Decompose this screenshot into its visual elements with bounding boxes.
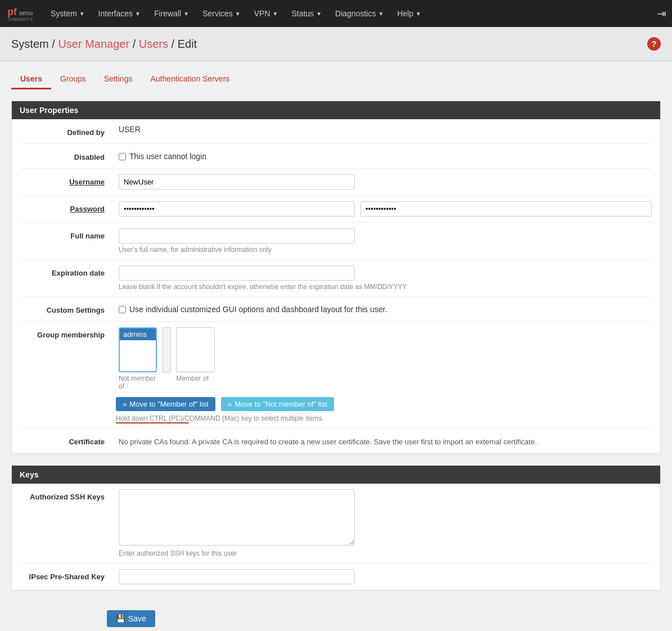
dropdown-arrow: ▼ — [316, 11, 322, 17]
group-membership-inner: Group membership admins Not member of — [20, 327, 215, 390]
nav-label-vpn: VPN — [254, 9, 270, 18]
navbar-right: ⇥ — [657, 7, 666, 20]
save-button[interactable]: 💾 Save — [107, 610, 155, 627]
nav-link-interfaces[interactable]: Interfaces ▼ — [92, 1, 147, 26]
password-inputs — [119, 201, 652, 217]
group-scrollbar — [163, 327, 170, 372]
move-to-member-button[interactable]: » Move to "Member of" list — [116, 397, 215, 411]
expiration-help: Leave blank if the account shouldn't exp… — [119, 283, 652, 291]
disabled-checkbox[interactable] — [119, 153, 126, 160]
password-input[interactable] — [119, 201, 355, 217]
nav-label-system: System — [51, 9, 77, 18]
expiration-row: Expiration date Leave blank if the accou… — [20, 260, 652, 297]
fullname-help: User's full name, for administrative inf… — [119, 246, 652, 254]
group-item-admins[interactable]: admins — [120, 328, 156, 340]
dropdown-arrow: ▼ — [235, 11, 241, 17]
nav-item-vpn[interactable]: VPN ▼ — [247, 1, 285, 26]
ssh-keys-help: Enter authorized SSH keys for this user — [119, 549, 652, 557]
custom-settings-checkbox[interactable] — [119, 306, 126, 313]
username-control — [116, 174, 652, 190]
dropdown-arrow: ▼ — [183, 11, 189, 17]
defined-by-label: Defined by — [20, 125, 116, 137]
user-properties-panel: User Properties Defined by USER Disabled… — [11, 101, 661, 454]
ipsec-row: IPsec Pre-Shared Key — [20, 564, 652, 590]
nav-link-system[interactable]: System ▼ — [44, 1, 92, 26]
nav-label-interfaces: Interfaces — [98, 9, 133, 18]
breadcrumb-user-manager[interactable]: User Manager — [58, 38, 129, 50]
certificate-label: Certificate — [20, 434, 116, 446]
nav-link-vpn[interactable]: VPN ▼ — [247, 1, 285, 26]
group-lists: admins Not member of Member of — [119, 327, 215, 390]
password-row: Password — [20, 196, 652, 223]
save-icon: 💾 — [116, 614, 125, 623]
nav-item-system[interactable]: System ▼ — [44, 1, 92, 26]
ipsec-input[interactable] — [119, 569, 355, 584]
breadcrumb-edit: Edit — [178, 38, 197, 50]
nav-label-diagnostics: Diagnostics — [335, 9, 376, 18]
nav-item-firewall[interactable]: Firewall ▼ — [147, 1, 196, 26]
tab-users[interactable]: Users — [11, 70, 51, 89]
section-title-user-properties: User Properties — [20, 106, 78, 115]
disabled-checkbox-text: This user cannot login — [129, 152, 206, 161]
dropdown-arrow: ▼ — [79, 11, 85, 17]
move-buttons-row: » Move to "Member of" list « Move to "No… — [20, 393, 334, 413]
not-member-container: admins Not member of — [119, 327, 157, 390]
password-confirm-input[interactable] — [360, 201, 652, 217]
save-area: 💾 Save — [11, 602, 661, 631]
disabled-row: Disabled This user cannot login — [20, 144, 652, 169]
move-to-not-member-label: Move to "Not member of" list — [234, 400, 327, 408]
fullname-input[interactable] — [119, 228, 355, 244]
dropdown-arrow: ▼ — [378, 11, 384, 17]
tab-settings[interactable]: Settings — [95, 70, 142, 89]
dropdown-arrow: ▼ — [135, 11, 141, 17]
nav-item-interfaces[interactable]: Interfaces ▼ — [92, 1, 147, 26]
keys-panel: Keys Authorized SSH Keys Enter authorize… — [11, 465, 661, 591]
not-member-list[interactable]: admins — [119, 327, 157, 372]
expiration-input[interactable] — [119, 265, 355, 281]
group-membership-label: Group membership — [20, 327, 116, 339]
nav-link-diagnostics[interactable]: Diagnostics ▼ — [328, 1, 390, 26]
tab-authentication-servers[interactable]: Authentication Servers — [141, 70, 238, 89]
nav-link-services[interactable]: Services ▼ — [196, 1, 247, 26]
nav-item-status[interactable]: Status ▼ — [285, 1, 328, 26]
ipsec-control — [116, 569, 652, 584]
nav-item-help[interactable]: Help ▼ — [390, 1, 428, 26]
username-label: Username — [20, 174, 116, 186]
defined-by-text: USER — [119, 125, 141, 134]
ssh-keys-textarea[interactable] — [119, 489, 355, 546]
nav-item-services[interactable]: Services ▼ — [196, 1, 247, 26]
custom-settings-row: Custom Settings Use individual customize… — [20, 297, 652, 322]
custom-settings-checkbox-label[interactable]: Use individual customized GUI options an… — [119, 303, 652, 314]
nav-link-firewall[interactable]: Firewall ▼ — [147, 1, 196, 26]
group-membership-row: Group membership admins Not member of — [20, 322, 652, 429]
member-container: Member of — [176, 327, 214, 390]
nav-item-diagnostics[interactable]: Diagnostics ▼ — [328, 1, 390, 26]
save-label: Save — [128, 614, 146, 623]
nav-label-status: Status — [291, 9, 314, 18]
member-list[interactable] — [176, 327, 214, 372]
username-input[interactable] — [119, 174, 355, 190]
help-icon[interactable]: ? — [647, 37, 661, 51]
svg-text:sense: sense — [19, 10, 33, 16]
disabled-checkbox-label[interactable]: This user cannot login — [119, 150, 652, 161]
disabled-control: This user cannot login — [116, 150, 652, 161]
certificate-row: Certificate No private CAs found. A priv… — [20, 429, 652, 453]
breadcrumb-sep3: / — [172, 38, 178, 50]
breadcrumb-users[interactable]: Users — [139, 38, 168, 50]
dropdown-arrow: ▼ — [416, 11, 421, 17]
breadcrumb: System / User Manager / Users / Edit — [11, 38, 197, 51]
brand-logo: pf sense COMMUNITY EDITION — [6, 3, 33, 24]
tab-groups[interactable]: Groups — [51, 70, 95, 89]
expiration-control: Leave blank if the account shouldn't exp… — [116, 265, 652, 291]
nav-link-help[interactable]: Help ▼ — [390, 1, 428, 26]
navbar: pf sense COMMUNITY EDITION System ▼ Inte… — [0, 0, 672, 27]
logout-button[interactable]: ⇥ — [657, 7, 666, 20]
nav-link-status[interactable]: Status ▼ — [285, 1, 328, 26]
nav-label-help: Help — [397, 9, 413, 18]
custom-settings-text: Use individual customized GUI options an… — [129, 305, 387, 314]
ipsec-label: IPsec Pre-Shared Key — [20, 569, 116, 581]
fullname-label: Full name — [20, 228, 116, 240]
pfsense-logo: pf sense COMMUNITY EDITION — [6, 3, 33, 24]
disabled-label: Disabled — [20, 150, 116, 161]
move-to-not-member-button[interactable]: « Move to "Not member of" list — [221, 397, 334, 411]
